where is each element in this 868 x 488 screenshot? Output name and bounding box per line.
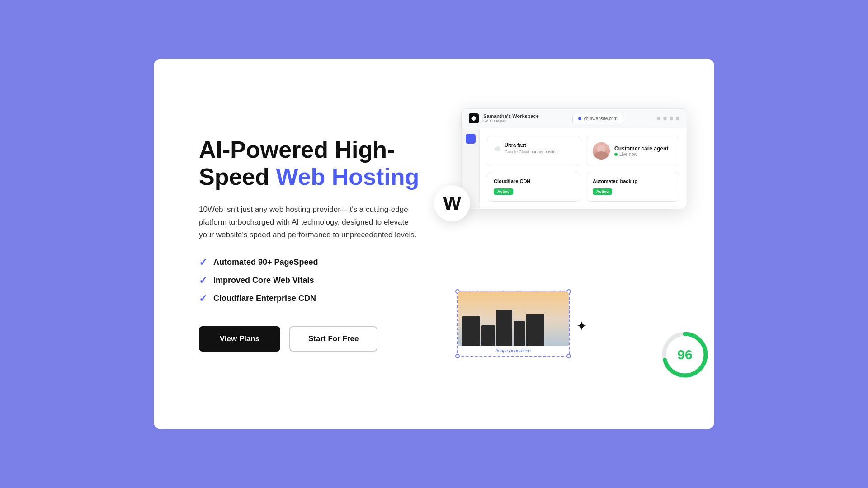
backup-title: Automated backup bbox=[593, 178, 673, 184]
hosting-widget: ☁️ Ultra fast Google Cloud partner hosti… bbox=[487, 136, 580, 166]
topbar-actions bbox=[657, 117, 679, 120]
score-number: 96 bbox=[677, 347, 692, 362]
headline: AI-Powered High-Speed Web Hosting bbox=[199, 136, 452, 191]
topbar-dot-2 bbox=[663, 117, 667, 120]
description: 10Web isn't just any web hosting provide… bbox=[199, 203, 425, 241]
main-card: AI-Powered High-Speed Web Hosting 10Web … bbox=[154, 59, 714, 429]
agent-info: Customer care agent Live now bbox=[614, 145, 668, 157]
w-badge: W bbox=[434, 185, 470, 221]
agent-status-text: Live now bbox=[619, 152, 637, 157]
agent-widget: Customer care agent Live now bbox=[586, 136, 679, 166]
right-column: W Samantha's Workspace Role: Owner bbox=[452, 95, 678, 393]
url-bar: yourwebsite.com bbox=[572, 114, 623, 123]
url-text: yourwebsite.com bbox=[584, 116, 618, 121]
backup-badge: Active bbox=[593, 188, 612, 195]
hosting-title: Ultra fast bbox=[505, 142, 558, 148]
status-dot bbox=[614, 153, 618, 156]
hosting-sub: Google Cloud partner hosting bbox=[505, 150, 558, 154]
feature-label-1: Automated 90+ PageSpeed bbox=[213, 258, 318, 267]
handle-br bbox=[566, 354, 571, 358]
hosting-icon: ☁️ bbox=[494, 145, 501, 152]
workspace-name: Samantha's Workspace bbox=[483, 113, 539, 119]
view-plans-button[interactable]: View Plans bbox=[199, 326, 280, 352]
hosting-row: ☁️ Ultra fast Google Cloud partner hosti… bbox=[494, 142, 574, 154]
svg-marker-0 bbox=[471, 116, 476, 121]
image-gen-label: Image generation bbox=[458, 346, 569, 356]
cta-row: View Plans Start For Free bbox=[199, 326, 452, 352]
agent-status: Live now bbox=[614, 152, 668, 157]
topbar-dot-1 bbox=[657, 117, 660, 120]
feature-item-3: ✓ Cloudflare Enterprise CDN bbox=[199, 294, 452, 304]
agent-name: Customer care agent bbox=[614, 145, 668, 152]
url-dot bbox=[578, 117, 581, 120]
feature-item-1: ✓ Automated 90+ PageSpeed bbox=[199, 258, 452, 267]
start-free-button[interactable]: Start For Free bbox=[289, 326, 377, 352]
backup-widget: Automated backup Active bbox=[586, 172, 679, 202]
headline-part2: Web Hosting bbox=[276, 164, 420, 190]
features-list: ✓ Automated 90+ PageSpeed ✓ Improved Cor… bbox=[199, 258, 452, 304]
topbar-dot-4 bbox=[676, 117, 679, 120]
dashboard-logo bbox=[469, 113, 479, 123]
check-icon-2: ✓ bbox=[199, 276, 207, 286]
image-gen-container: Image generation ✦ bbox=[457, 291, 570, 357]
cdn-widget: Cloudflare CDN Active bbox=[487, 172, 580, 202]
building-1 bbox=[462, 316, 480, 346]
feature-item-2: ✓ Improved Core Web Vitals bbox=[199, 276, 452, 286]
workspace-role: Role: Owner bbox=[483, 119, 539, 123]
building-2 bbox=[481, 325, 495, 346]
cdn-title: Cloudflare CDN bbox=[494, 178, 574, 184]
feature-label-3: Cloudflare Enterprise CDN bbox=[213, 294, 316, 303]
score-circle: 96 bbox=[660, 330, 710, 380]
avatar-inner bbox=[593, 142, 610, 160]
dashboard-card: Samantha's Workspace Role: Owner yourweb… bbox=[461, 108, 687, 209]
handle-bl bbox=[455, 354, 460, 358]
check-icon-3: ✓ bbox=[199, 294, 207, 304]
building-4 bbox=[514, 321, 525, 346]
building-3 bbox=[496, 310, 512, 346]
dashboard-grid: ☁️ Ultra fast Google Cloud partner hosti… bbox=[480, 128, 687, 209]
feature-label-2: Improved Core Web Vitals bbox=[213, 276, 314, 285]
topbar-mid: yourwebsite.com bbox=[543, 114, 652, 123]
image-gen-photo bbox=[458, 291, 569, 346]
avatar-body bbox=[594, 151, 608, 160]
check-icon-1: ✓ bbox=[199, 258, 207, 267]
agent-avatar bbox=[593, 142, 610, 160]
dashboard-topbar: Samantha's Workspace Role: Owner yourweb… bbox=[462, 109, 687, 128]
sidebar-blue-icon bbox=[466, 134, 476, 144]
topbar-dot-3 bbox=[670, 117, 673, 120]
workspace-info: Samantha's Workspace Role: Owner bbox=[483, 113, 539, 123]
cdn-badge: Active bbox=[494, 188, 513, 195]
left-column: AI-Powered High-Speed Web Hosting 10Web … bbox=[199, 136, 452, 352]
building-shape bbox=[458, 310, 569, 346]
sparkle-icon: ✦ bbox=[576, 319, 587, 333]
building-5 bbox=[526, 314, 544, 346]
